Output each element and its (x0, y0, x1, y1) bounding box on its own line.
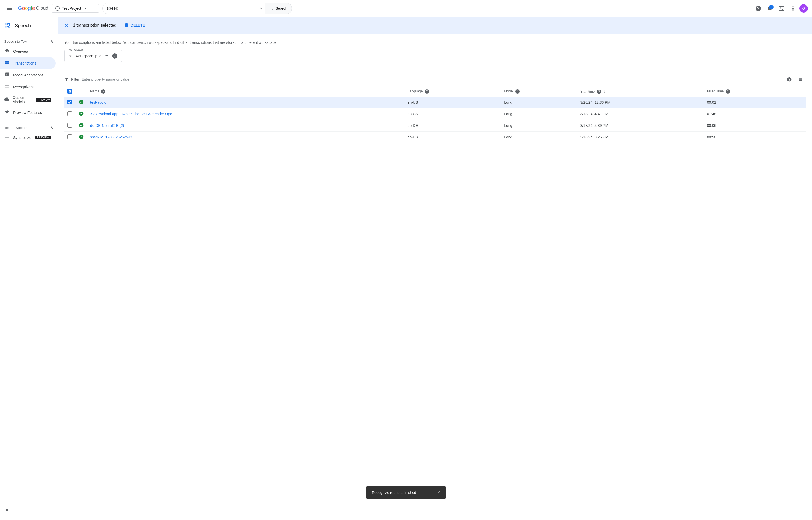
overview-label: Overview (13, 49, 28, 54)
transcriptions-table: Name ? Language ? Model ? Start time (64, 86, 806, 143)
workspace-selector[interactable]: Workspace sst_workspace_ppd ? (64, 50, 122, 62)
start_time-cell: 3/18/24, 4:41 PM (577, 108, 704, 120)
project-name: Test Project (62, 6, 81, 10)
recognizers-icon (4, 84, 10, 90)
more-options-icon[interactable] (788, 3, 798, 14)
topbar-actions: 1 G (753, 3, 808, 14)
transcription-name-link[interactable]: X2Download.app - Avatar The Last Airbend… (90, 112, 175, 116)
transcription-name-link[interactable]: test-audio (90, 100, 106, 104)
transcriptions-icon (4, 60, 10, 67)
model-adaptations-label: Model Adaptations (13, 73, 44, 77)
row-checkbox[interactable] (67, 100, 72, 104)
start_time-cell: 3/18/24, 3:25 PM (577, 131, 704, 143)
workspace-value: sst_workspace_ppd (69, 54, 102, 58)
main-content: ✕ 1 transcription selected DELETE Your t… (58, 17, 812, 520)
model-adaptations-icon (4, 72, 10, 78)
search-bar: × Search (102, 3, 292, 14)
snackbar-close-button[interactable]: × (437, 490, 440, 495)
billed_time-cell: 00:50 (704, 131, 806, 143)
filter-input[interactable] (81, 76, 783, 82)
language-cell: de-DE (404, 120, 501, 131)
search-button[interactable]: Search (265, 3, 292, 14)
sidebar-item-overview[interactable]: Overview (0, 45, 56, 57)
svg-point-4 (79, 134, 84, 139)
google-cloud-logo: Google Cloud (18, 5, 49, 11)
workspace-help-icon[interactable]: ? (112, 53, 117, 58)
custom-models-label: Custom Models (12, 96, 32, 104)
table-row: X2Download.app - Avatar The Last Airbend… (64, 108, 806, 120)
home-icon (4, 48, 10, 55)
delete-label: DELETE (131, 23, 145, 27)
body-wrapper: Speech Speech-to-Text ∧ Overview Transcr… (0, 17, 812, 520)
search-input[interactable] (107, 6, 258, 11)
custom-models-preview-badge: PREVIEW (36, 98, 51, 102)
transcription-name-link[interactable]: ssstik.io_1706625262540 (90, 135, 132, 139)
start-time-help-icon[interactable]: ? (597, 90, 601, 94)
select-all-checkbox[interactable] (67, 89, 72, 94)
sidebar-item-custom-models[interactable]: Custom Models PREVIEW (0, 93, 56, 106)
app-title: Speech (15, 23, 31, 28)
description-text: Your transcriptions are listed below. Yo… (64, 40, 806, 45)
preview-features-icon (4, 109, 10, 116)
sort-icon[interactable]: ↓ (603, 89, 605, 93)
language-cell: en-US (404, 97, 501, 108)
workspace-label: Workspace (67, 48, 84, 51)
snackbar-message: Recognize request finished (372, 491, 416, 495)
notifications-icon[interactable]: 1 (764, 3, 775, 14)
cloud-shell-icon[interactable] (776, 3, 787, 14)
billed_time-cell: 00:06 (704, 120, 806, 131)
name-help-icon[interactable]: ? (101, 89, 105, 94)
snackbar: Recognize request finished × (367, 486, 445, 499)
language-help-icon[interactable]: ? (425, 89, 429, 94)
sidebar-item-preview-features[interactable]: Preview Features (0, 106, 56, 119)
preview-features-label: Preview Features (13, 110, 42, 115)
delete-button[interactable]: DELETE (121, 21, 148, 29)
svg-point-2 (79, 111, 84, 116)
col-header-name: Name ? (87, 86, 404, 97)
table-help-button[interactable] (785, 75, 794, 84)
model-help-icon[interactable]: ? (515, 89, 520, 94)
table-row: test-audioen-USLong3/20/24, 12:36 PM00:0… (64, 97, 806, 108)
menu-icon[interactable] (4, 3, 15, 14)
help-icon[interactable] (753, 3, 763, 14)
billed-time-help-icon[interactable]: ? (726, 89, 730, 94)
tts-collapse-icon[interactable]: ∧ (50, 125, 54, 131)
row-checkbox[interactable] (67, 134, 72, 139)
language-cell: en-US (404, 108, 501, 120)
stt-collapse-icon[interactable]: ∧ (50, 38, 54, 44)
transcription-name-link[interactable]: de-DE-Neural2-B (2) (90, 123, 124, 128)
table-toolbar: Filter (64, 75, 806, 84)
start_time-cell: 3/18/24, 4:39 PM (577, 120, 704, 131)
search-clear-icon[interactable]: × (260, 6, 263, 11)
synthesize-preview-badge: PREVIEW (35, 135, 51, 139)
billed_time-cell: 01:48 (704, 108, 806, 120)
sidebar-item-recognizers[interactable]: Recognizers (0, 81, 56, 93)
column-settings-button[interactable] (796, 75, 806, 84)
avatar[interactable]: G (800, 4, 808, 12)
sidebar-item-synthesize[interactable]: Synthesize PREVIEW (0, 132, 56, 144)
row-checkbox[interactable] (67, 111, 72, 116)
billed_time-cell: 00:01 (704, 97, 806, 108)
model-cell: Long (501, 108, 577, 120)
selection-close-button[interactable]: ✕ (64, 22, 69, 28)
search-button-label: Search (275, 6, 287, 10)
table-actions (785, 75, 806, 84)
model-cell: Long (501, 97, 577, 108)
status-cell (75, 97, 87, 108)
stt-section-header: Speech-to-Text ∧ (0, 34, 58, 45)
recognizers-label: Recognizers (13, 85, 34, 89)
selection-count-label: 1 transcription selected (73, 23, 116, 28)
sidebar-item-transcriptions[interactable]: Transcriptions (0, 57, 56, 69)
svg-point-3 (79, 123, 84, 127)
sidebar-collapse-button[interactable] (0, 504, 58, 516)
page-content: Your transcriptions are listed below. Yo… (58, 34, 812, 520)
model-cell: Long (501, 131, 577, 143)
sidebar-item-model-adaptations[interactable]: Model Adaptations (0, 69, 56, 81)
app-header: Speech (0, 17, 58, 34)
status-cell (75, 120, 87, 131)
project-selector[interactable]: Test Project (52, 4, 99, 12)
status-cell (75, 108, 87, 120)
row-checkbox[interactable] (67, 123, 72, 128)
workspace-dropdown-icon (104, 53, 110, 59)
start_time-cell: 3/20/24, 12:36 PM (577, 97, 704, 108)
